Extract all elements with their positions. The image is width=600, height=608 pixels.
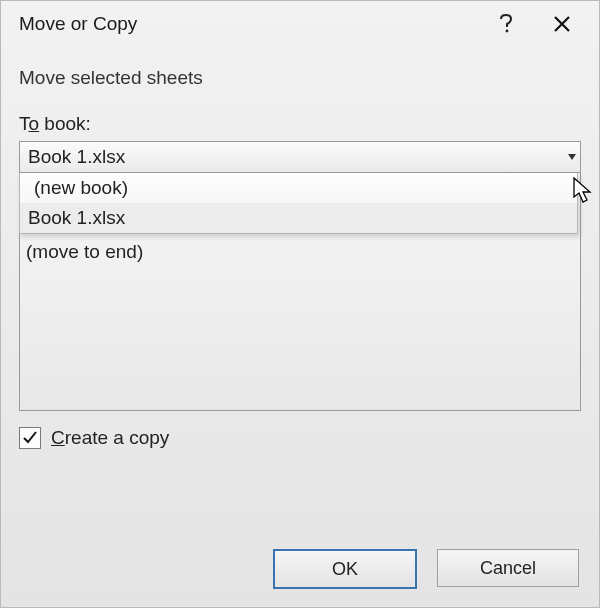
checkmark-icon [22,430,38,446]
create-copy-label: Create a copy [51,427,169,449]
list-item-move-to-end[interactable]: (move to end) [20,239,580,265]
label-text: T [19,113,29,134]
label-mnemonic: o [29,113,40,134]
lists-area: (move to end) (new book) Book 1.xlsx [19,173,581,411]
chevron-down-icon [568,154,576,160]
dialog-title: Move or Copy [19,13,473,35]
ok-button[interactable]: OK [273,549,417,589]
cancel-button[interactable]: Cancel [437,549,579,587]
close-button[interactable] [539,7,585,41]
to-book-combobox[interactable]: Book 1.xlsx [19,141,581,173]
create-copy-row[interactable]: Create a copy [19,427,581,449]
dialog-body: Move selected sheets To book: Book 1.xls… [1,47,599,449]
label-text: book: [39,113,91,134]
subheading: Move selected sheets [19,67,581,89]
combobox-value: Book 1.xlsx [28,146,125,168]
label-mnemonic: C [51,427,65,448]
svg-point-0 [506,30,509,33]
to-book-dropdown-popup: (new book) Book 1.xlsx [19,173,578,234]
dropdown-option-book1[interactable]: Book 1.xlsx [20,203,577,233]
dropdown-option-new-book[interactable]: (new book) [20,173,577,203]
title-bar: Move or Copy [1,1,599,47]
move-or-copy-dialog: Move or Copy Move selected sheets To boo… [0,0,600,608]
close-icon [553,15,571,33]
button-row: OK Cancel [273,549,579,589]
label-text: reate a copy [65,427,170,448]
help-icon [499,14,513,34]
create-copy-checkbox[interactable] [19,427,41,449]
to-book-label: To book: [19,113,581,135]
help-button[interactable] [483,7,529,41]
